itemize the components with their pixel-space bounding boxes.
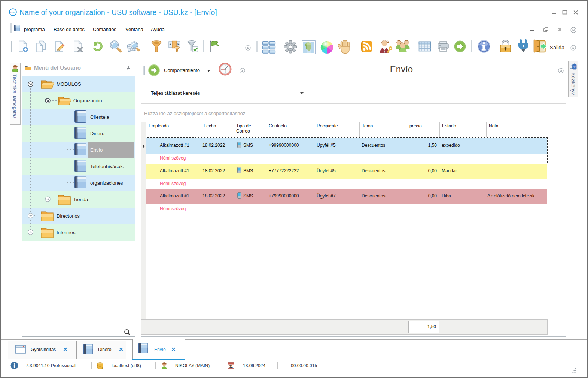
- svg-text:?: ?: [573, 65, 575, 69]
- svg-text:usu: usu: [10, 10, 15, 14]
- svg-text:31: 31: [229, 365, 233, 368]
